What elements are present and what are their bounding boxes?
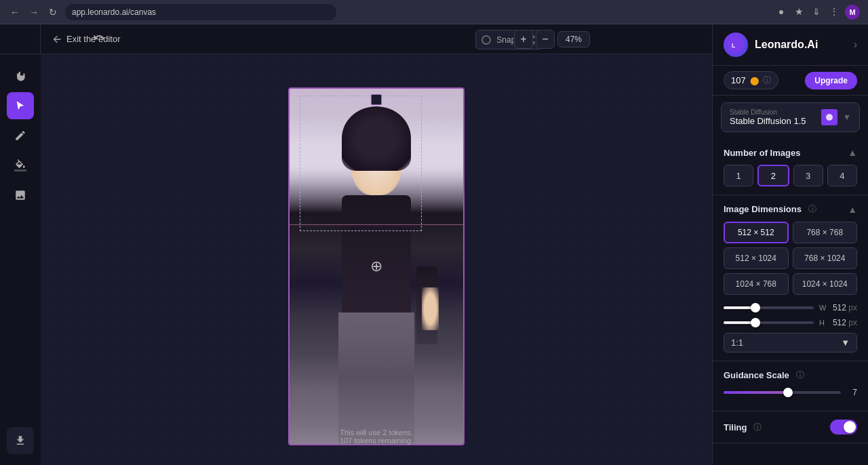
token-count: 107 <box>731 75 746 85</box>
zoom-out-button[interactable]: − <box>536 30 555 49</box>
snap-label: Snap <box>496 35 515 45</box>
top-bar: Exit the editor Snap 8 ▲ ▼ + − 47% <box>41 24 712 54</box>
dimensions-header: Image Dimensions ⓘ ▲ <box>724 203 857 215</box>
zoom-in-button[interactable]: + <box>514 30 533 49</box>
width-thumb[interactable] <box>751 303 760 312</box>
width-slider-row: W 512 px <box>724 303 857 312</box>
token-info: This will use 2 tokens. 107 tokens remai… <box>340 428 413 445</box>
dimension-options: 512 × 512 768 × 768 512 × 1024 768 × 102… <box>724 222 857 295</box>
dimensions-collapse[interactable]: ▲ <box>848 204 857 215</box>
browser-toolbar-icons: ● ★ ⇓ ⋮ M <box>774 5 860 20</box>
undo-button[interactable] <box>85 24 113 51</box>
download-icon[interactable]: ⇓ <box>810 5 823 18</box>
move-cursor-icon: ⊕ <box>370 258 382 275</box>
brand-name: Leonardo.Ai <box>755 39 818 51</box>
right-panel: L Leonardo.Ai › 107 ⬤ ⓘ Upgrade Stable D… <box>712 24 868 465</box>
ratio-dropdown[interactable]: 1:1 ▼ <box>724 333 857 352</box>
guidance-info-icon[interactable]: ⓘ <box>796 369 804 381</box>
token-info-line2: 107 tokens remaining. <box>340 437 413 445</box>
height-slider[interactable] <box>724 321 814 324</box>
guidance-value: 7 <box>846 388 857 397</box>
model-name: Stable Diffusion 1.5 <box>730 116 806 126</box>
dim-1024x1024[interactable]: 1024 × 1024 <box>793 273 858 295</box>
number-of-images-title: Number of Images <box>724 148 800 158</box>
svg-point-0 <box>728 37 744 53</box>
guidance-fill <box>724 391 788 394</box>
height-thumb[interactable] <box>751 318 760 327</box>
draw-tool-button[interactable] <box>7 122 34 149</box>
toggle-thumb <box>844 421 856 433</box>
select-tool-button[interactable] <box>7 92 34 119</box>
ratio-chevron-icon: ▼ <box>841 338 850 348</box>
panel-header: L Leonardo.Ai › <box>713 24 868 66</box>
browser-chrome: ← → ↻ app.leonardo.ai/canvas ● ★ ⇓ ⋮ M <box>0 0 868 24</box>
canvas-area[interactable]: ⊕ This will use 2 tokens. 107 tokens rem… <box>41 54 712 465</box>
dim-512x1024[interactable]: 512 × 1024 <box>724 247 789 269</box>
img-count-2[interactable]: 2 <box>757 165 789 186</box>
tiling-title: Tiling <box>724 422 747 432</box>
horizontal-guide <box>290 224 463 225</box>
zoom-value: 47% <box>557 31 590 47</box>
url-text: app.leonardo.ai/canvas <box>72 7 156 17</box>
panel-collapse-button[interactable]: › <box>854 39 857 51</box>
menu-icon[interactable]: ⋮ <box>827 5 841 18</box>
bookmark-icon[interactable]: ★ <box>792 5 806 18</box>
canvas-image[interactable]: ⊕ <box>288 87 465 445</box>
app-container: Exit the editor Snap 8 ▲ ▼ + − 47% <box>0 24 868 465</box>
dim-768x1024[interactable]: 768 × 1024 <box>793 247 858 269</box>
user-avatar[interactable]: M <box>845 5 860 20</box>
fill-tool-button[interactable] <box>7 152 34 179</box>
model-selector[interactable]: Stable Diffusion Stable Diffusion 1.5 ▼ <box>721 102 860 132</box>
back-button[interactable]: ← <box>8 5 22 19</box>
tiling-section: Tiling ⓘ <box>713 411 868 443</box>
height-label: H <box>819 319 827 327</box>
token-row: 107 ⬤ ⓘ Upgrade <box>713 66 868 96</box>
extension-icon[interactable]: ● <box>774 5 788 18</box>
snap-circle <box>481 35 491 45</box>
image-tool-button[interactable] <box>7 182 34 209</box>
selection-handle[interactable] <box>371 94 382 105</box>
tiling-info-icon[interactable]: ⓘ <box>753 422 762 433</box>
num-images-collapse[interactable]: ▲ <box>848 147 857 158</box>
img-count-1[interactable]: 1 <box>724 165 753 186</box>
ratio-value: 1:1 <box>731 338 743 348</box>
url-bar[interactable]: app.leonardo.ai/canvas <box>65 4 336 20</box>
guidance-header: Guidance Scale ⓘ <box>724 369 857 381</box>
left-toolbar <box>0 54 41 465</box>
height-value: 512 px <box>833 318 857 327</box>
model-chevron-icon: ▼ <box>843 113 851 122</box>
dimensions-title: Image Dimensions <box>724 204 802 214</box>
guidance-scale-section: Guidance Scale ⓘ 7 <box>713 361 868 411</box>
guidance-slider-row: 7 <box>724 388 857 397</box>
width-slider[interactable] <box>724 306 814 309</box>
guidance-thumb[interactable] <box>783 388 793 397</box>
number-of-images-section: Number of Images ▲ 1 2 3 4 <box>713 139 868 195</box>
token-info-line1: This will use 2 tokens. <box>340 428 413 437</box>
img-count-3[interactable]: 3 <box>793 165 823 186</box>
brand-avatar: L <box>724 33 748 57</box>
dimensions-info-icon[interactable]: ⓘ <box>808 203 816 215</box>
section-header: Number of Images ▲ <box>724 147 857 158</box>
img-count-4[interactable]: 4 <box>827 165 857 186</box>
model-icon <box>821 109 837 125</box>
guidance-title: Guidance Scale <box>724 370 789 380</box>
forward-button[interactable]: → <box>27 5 41 19</box>
svg-text:L: L <box>732 42 735 49</box>
image-count-options: 1 2 3 4 <box>724 165 857 186</box>
width-label: W <box>819 304 827 312</box>
upgrade-button[interactable]: Upgrade <box>805 72 857 89</box>
dim-512x512[interactable]: 512 × 512 <box>724 222 789 243</box>
model-label: Stable Diffusion <box>730 108 806 116</box>
token-coin-icon: ⬤ <box>750 76 759 85</box>
refresh-button[interactable]: ↻ <box>46 5 60 19</box>
guidance-slider[interactable] <box>724 391 841 394</box>
tiling-toggle[interactable] <box>830 420 857 434</box>
token-info-icon[interactable]: ⓘ <box>763 75 771 86</box>
svg-point-3 <box>826 114 833 121</box>
height-slider-row: H 512 px <box>724 318 857 327</box>
dim-768x768[interactable]: 768 × 768 <box>793 222 858 243</box>
dim-1024x768[interactable]: 1024 × 768 <box>724 273 789 295</box>
image-dimensions-section: Image Dimensions ⓘ ▲ 512 × 512 768 × 768… <box>713 195 868 361</box>
download-tool-button[interactable] <box>7 427 34 454</box>
hand-tool-button[interactable] <box>7 62 34 89</box>
